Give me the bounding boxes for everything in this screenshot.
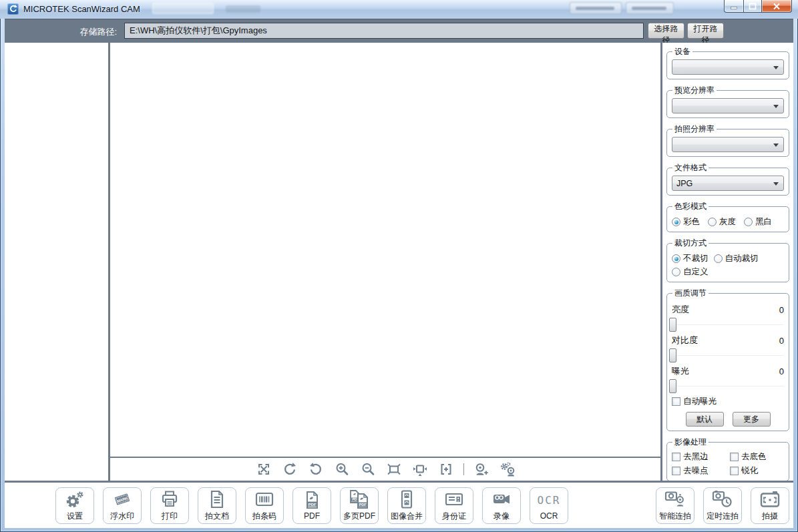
preview-resolution-group: 预览分辨率 (666, 85, 789, 118)
toolbar-button-settings[interactable]: 设置 (55, 487, 94, 524)
zoom-out-button[interactable] (359, 461, 377, 477)
checkbox-icon (730, 467, 739, 475)
radio-auto-crop[interactable]: 自动裁切 (714, 253, 759, 264)
multi-pdf-icon: PD PDF (348, 489, 371, 509)
slider-thumb[interactable] (669, 348, 676, 362)
slider-track[interactable] (670, 386, 784, 386)
preview-resolution-dropdown[interactable] (672, 98, 784, 113)
camera-settings-button[interactable] (499, 461, 516, 477)
radio-icon (708, 218, 717, 226)
maximize-button[interactable] (743, 0, 762, 13)
toolbar-button-label: 浮水印 (110, 511, 134, 522)
remove-black-edge-checkbox[interactable]: 去黑边 (672, 451, 726, 463)
file-format-group: 文件格式 JPG (666, 162, 789, 196)
toolbar-button-label: 设置 (67, 511, 83, 522)
denoise-checkbox[interactable]: 去噪点 (672, 465, 726, 477)
open-path-button[interactable]: 打开路径 (687, 23, 724, 39)
auto-exposure-checkbox[interactable]: 自动曝光 (672, 396, 784, 407)
id-card-icon (443, 489, 465, 509)
preview-area[interactable] (110, 43, 660, 481)
radio-label: 黑白 (755, 216, 772, 228)
file-format-dropdown[interactable]: JPG (672, 176, 784, 191)
toolbar-button-label: PDF (304, 511, 320, 521)
webcam-add-button[interactable] (473, 461, 490, 477)
sharpen-checkbox[interactable]: 锐化 (730, 465, 784, 477)
radio-icon (672, 218, 680, 226)
slider-thumb[interactable] (669, 379, 676, 393)
titlebar-ghost (152, 3, 214, 14)
toolbar-button-timed-burst[interactable]: 定时连拍 (703, 487, 742, 524)
settings-gears-icon (64, 489, 85, 509)
checkbox-label: 去底色 (741, 451, 767, 463)
fit-screen-button[interactable] (385, 461, 403, 477)
toolbar-button-multipage-pdf[interactable]: PD PDF 多页PDF (340, 487, 379, 524)
thumbnail-panel[interactable] (5, 43, 108, 481)
printer-icon (160, 489, 180, 509)
path-bar: 存储路径: 选择路径 打开路径 (5, 19, 793, 43)
toolbar-button-doc-capture[interactable]: 拍文档 (198, 487, 236, 524)
radio-icon (714, 254, 723, 263)
toolbar-button-pdf[interactable]: PDF PDF (292, 487, 331, 524)
radio-custom-crop[interactable]: 自定义 (672, 266, 709, 278)
toolbar-button-label: 图像合并 (391, 511, 423, 522)
toolbar-button-print[interactable]: 打印 (150, 487, 189, 524)
toolbar-button-ocr[interactable]: OCR OCR (530, 487, 568, 524)
toolbar-button-label: 身份证 (442, 511, 466, 522)
toolbar-button-label: 录像 (493, 511, 510, 522)
rotate-right-button[interactable] (307, 461, 325, 477)
checkbox-label: 自动曝光 (683, 396, 717, 407)
toolbar-button-barcode-capture[interactable]: 拍条码 (245, 487, 284, 524)
photo-resolution-dropdown[interactable] (672, 137, 784, 152)
remove-background-checkbox[interactable]: 去底色 (730, 451, 784, 463)
main-content: 设备 预览分辨率 拍照分辨率 文件格式 JPG (5, 43, 793, 528)
radio-color[interactable]: 彩色 (672, 216, 700, 228)
minimize-button[interactable] (724, 0, 744, 13)
app-window: MICROTEK ScanWizard CAM 存储路径: 选择路径 打开路径 (0, 0, 798, 532)
radio-label: 灰度 (719, 216, 736, 228)
fit-window-button[interactable] (411, 461, 429, 477)
photo-resolution-group: 拍照分辨率 (666, 123, 789, 157)
actual-size-button[interactable] (437, 461, 455, 477)
slider-thumb[interactable] (669, 318, 676, 332)
zoom-in-button[interactable] (333, 461, 351, 477)
device-dropdown[interactable] (672, 59, 784, 75)
window-title: MICROTEK ScanWizard CAM (23, 4, 140, 14)
toolbar-button-watermark[interactable]: MARK 浮水印 (103, 487, 142, 524)
slider-track[interactable] (670, 324, 784, 325)
svg-text:PDF: PDF (359, 503, 367, 507)
toolbar-button-label: 拍条码 (252, 511, 276, 522)
storage-path-input[interactable] (124, 23, 644, 39)
select-path-button[interactable]: 选择路径 (648, 23, 684, 39)
toolbar-button-video-record[interactable]: 录像 (482, 487, 521, 524)
default-button[interactable]: 默认 (686, 412, 724, 427)
toolbar-button-label: 打印 (162, 511, 178, 522)
camera-icon (759, 489, 781, 509)
watermark-stamp-icon: MARK (112, 489, 133, 509)
toolbar-button-id-card[interactable]: 身份证 (435, 487, 473, 524)
svg-text:PDF: PDF (309, 503, 317, 507)
radio-label: 自动裁切 (725, 253, 759, 264)
rotate-left-button[interactable] (281, 461, 298, 477)
exposure-value: 0 (779, 366, 784, 376)
svg-text:PD: PD (353, 497, 357, 501)
toolbar-button-smart-burst[interactable]: 智能连拍 (656, 487, 694, 524)
toolbar-button-capture[interactable]: 拍摄 (751, 487, 789, 524)
toolbar-button-label: 拍文档 (205, 511, 229, 522)
radio-no-crop[interactable]: 不裁切 (672, 253, 709, 264)
toolbar-button-label: OCR (540, 511, 558, 521)
exposure-slider[interactable] (669, 379, 784, 393)
radio-black-white[interactable]: 黑白 (744, 216, 772, 228)
radio-grayscale[interactable]: 灰度 (708, 216, 736, 228)
more-button[interactable]: 更多 (733, 412, 771, 427)
crop-mode-label: 裁切方式 (672, 238, 709, 249)
expand-button[interactable] (255, 461, 272, 477)
image-processing-group: 影像处理 去黑边 去底色 去噪点 (666, 437, 789, 481)
close-button[interactable] (761, 0, 792, 13)
slider-track[interactable] (670, 355, 784, 356)
radio-icon (672, 268, 680, 276)
brightness-slider[interactable] (669, 318, 784, 332)
contrast-value: 0 (779, 336, 784, 346)
toolbar-button-label: 多页PDF (343, 511, 375, 522)
contrast-slider[interactable] (669, 348, 784, 362)
toolbar-button-image-merge[interactable]: 图像合并 (387, 487, 426, 524)
